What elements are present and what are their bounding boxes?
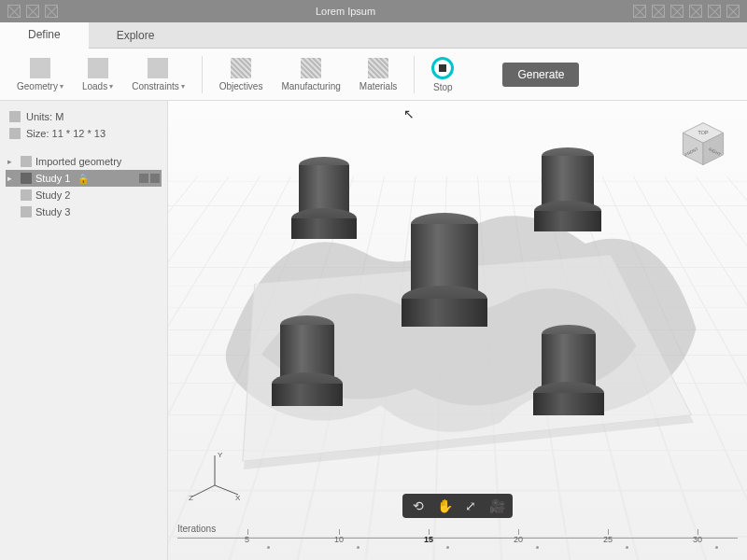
constraints-tool[interactable]: Constraints▾ bbox=[124, 54, 192, 95]
iterations-bar: Iterations 51015202530 bbox=[177, 524, 738, 551]
stop-icon bbox=[431, 57, 454, 79]
chevron-down-icon: ▾ bbox=[181, 82, 185, 91]
tree-item-study1[interactable]: ▸ Study 1 🔒 bbox=[6, 170, 162, 187]
folder-icon bbox=[21, 173, 32, 184]
svg-line-8 bbox=[192, 485, 215, 497]
tab-explore[interactable]: Explore bbox=[89, 22, 183, 48]
manufacturing-tool[interactable]: Manufacturing bbox=[274, 54, 347, 95]
cursor-icon: ↖ bbox=[403, 106, 415, 121]
window-title: Lorem Ipsum bbox=[58, 6, 633, 17]
view-cube[interactable]: TOP FRONT RIGHT bbox=[678, 119, 728, 170]
square-icon bbox=[9, 111, 21, 122]
cylinder bbox=[280, 315, 343, 406]
svg-text:X: X bbox=[235, 494, 241, 502]
titlebar-icon[interactable] bbox=[670, 5, 684, 18]
cylinder bbox=[542, 325, 604, 415]
mini-icon[interactable] bbox=[150, 174, 160, 183]
chevron-down-icon: ▾ bbox=[60, 82, 63, 91]
svg-text:Z: Z bbox=[189, 494, 193, 502]
iteration-tick[interactable]: 5 bbox=[245, 535, 249, 544]
folder-icon bbox=[21, 189, 32, 201]
units-row: Units: M bbox=[6, 108, 162, 125]
titlebar-icon[interactable] bbox=[45, 5, 58, 18]
square-icon bbox=[9, 128, 21, 139]
tree-item-study2[interactable]: Study 2 bbox=[6, 187, 162, 203]
iteration-tick[interactable]: 20 bbox=[514, 535, 523, 544]
cylinder bbox=[299, 157, 357, 239]
iteration-tick[interactable]: 10 bbox=[334, 535, 344, 544]
titlebar-icon[interactable] bbox=[689, 5, 702, 18]
study-tree: ▸ Imported geometry ▸ Study 1 🔒 Study 2 … bbox=[6, 153, 162, 220]
iterations-label: Iterations bbox=[177, 524, 216, 534]
expand-icon: ▸ bbox=[7, 157, 17, 166]
titlebar-icon[interactable] bbox=[652, 5, 665, 18]
tab-define[interactable]: Define bbox=[0, 22, 89, 49]
materials-tool[interactable]: Materials bbox=[352, 54, 405, 95]
loads-tool[interactable]: Loads▾ bbox=[75, 54, 120, 95]
orbit-icon[interactable]: ⟲ bbox=[410, 497, 427, 514]
objectives-icon bbox=[231, 58, 251, 78]
iterations-track[interactable]: 51015202530 bbox=[177, 538, 738, 551]
size-row: Size: 11 * 12 * 13 bbox=[6, 125, 162, 142]
svg-text:TOP: TOP bbox=[698, 130, 709, 135]
tree-item-study3[interactable]: Study 3 bbox=[6, 203, 162, 220]
materials-icon bbox=[368, 58, 388, 78]
axis-gizmo: Y X Z bbox=[187, 448, 243, 504]
geometry-tool[interactable]: Geometry▾ bbox=[9, 54, 71, 95]
zoom-icon[interactable]: ⤢ bbox=[462, 497, 479, 514]
titlebar-icon[interactable] bbox=[633, 5, 646, 18]
iteration-tick[interactable]: 15 bbox=[424, 535, 433, 544]
view-navbar: ⟲ ✋ ⤢ 🎥 bbox=[402, 494, 513, 518]
iteration-tick[interactable]: 30 bbox=[693, 535, 702, 544]
titlebar: Lorem Ipsum bbox=[0, 0, 747, 22]
viewport[interactable]: ↖ bbox=[168, 101, 747, 560]
titlebar-icon[interactable] bbox=[726, 5, 740, 18]
constraints-icon bbox=[148, 58, 168, 78]
cylinder bbox=[542, 147, 601, 231]
lock-icon: 🔒 bbox=[78, 174, 89, 184]
sidebar: Units: M Size: 11 * 12 * 13 ▸ Imported g… bbox=[0, 101, 168, 560]
camera-icon[interactable]: 🎥 bbox=[488, 497, 505, 514]
mode-tabs: Define Explore bbox=[0, 22, 747, 49]
mini-icon[interactable] bbox=[139, 174, 148, 183]
iteration-tick[interactable]: 25 bbox=[603, 535, 613, 544]
expand-icon: ▸ bbox=[7, 174, 17, 183]
tree-item-imported[interactable]: ▸ Imported geometry bbox=[6, 153, 162, 170]
geometry-icon bbox=[30, 58, 50, 78]
cylinder bbox=[411, 213, 487, 327]
svg-text:Y: Y bbox=[218, 451, 223, 459]
chevron-down-icon: ▾ bbox=[109, 82, 113, 91]
titlebar-icon[interactable] bbox=[708, 5, 721, 18]
manufacturing-icon bbox=[301, 58, 321, 78]
stop-button[interactable]: Stop bbox=[424, 53, 461, 96]
loads-icon bbox=[88, 58, 108, 78]
pan-icon[interactable]: ✋ bbox=[436, 497, 453, 514]
folder-icon bbox=[21, 206, 32, 217]
generate-button[interactable]: Generate bbox=[502, 63, 579, 87]
titlebar-icon[interactable] bbox=[7, 5, 21, 18]
folder-icon bbox=[21, 156, 32, 167]
titlebar-icon[interactable] bbox=[26, 5, 39, 18]
objectives-tool[interactable]: Objectives bbox=[212, 54, 271, 95]
toolbar: Geometry▾ Loads▾ Constraints▾ Objectives… bbox=[0, 49, 747, 101]
